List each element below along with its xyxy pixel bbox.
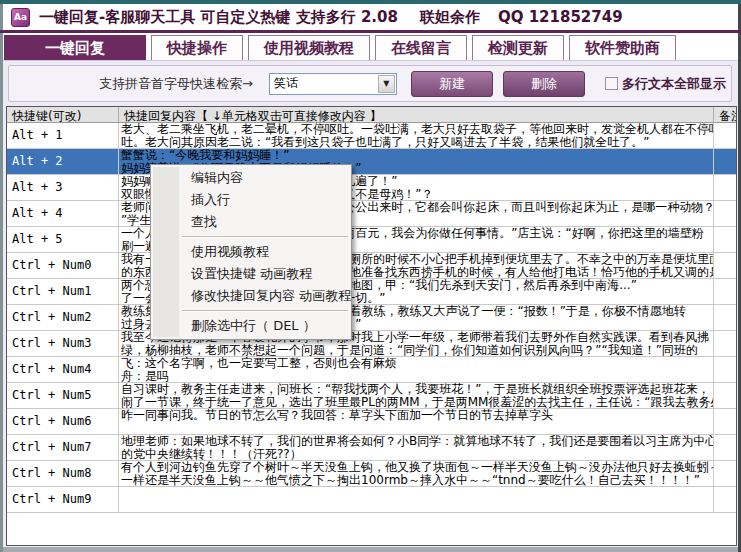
content-cell[interactable]: 自习课时，教务主任走进来，问班长：“帮我找两个人，我要班花！”，于是班长就组织全… [119,383,714,408]
menu-separator [182,310,348,312]
content-line: 一样还是半天没鱼上钩～～他气愤之下～掏出100rmb～摔入水中～～“tnnd～要… [121,474,713,487]
context-menu: 编辑内容 插入行 查找 使用视频教程 设置快捷键 动画教程 修改快捷回复内容 动… [150,164,352,340]
multiline-display-checkbox[interactable] [605,77,618,90]
category-combobox[interactable]: 笑话 ▼ [269,73,397,95]
content-cell[interactable] [119,487,714,512]
content-line: 吐。老大问其原因老二说：“我看到这只袋子也吐满了，只好又喝进去了半袋，结果他们就… [121,136,713,149]
content-cell[interactable]: 昨一同事问我。节日的节怎么写？我回答：草字头下面加一个节日的节去掉草字头 [119,409,714,434]
toolbar: 支持拼音首字母快速检索→ 笑话 ▼ 新建 删除 多行文本全部显示 [8,65,732,102]
header-hotkey: 快捷键(可改) [7,107,119,122]
menu-item-modify-reply-tutorial[interactable]: 修改快捷回复内容 动画教程 [151,285,351,307]
note-cell[interactable] [714,435,736,460]
table-row[interactable]: Ctrl + Num3 我至今还记得那是一个春暖花开的季节，那时我上小学一年级，… [7,331,736,357]
content-line: 老大、老二乘坐飞机，老二晕机，不停呕吐。一袋吐满，老大只好去取袋子，等他回来时，… [121,123,713,136]
content-line: 飞：这个名字啊，也一定要写工整，否则也会有麻烦 [121,357,713,370]
window-title-qq: QQ 121852749 [498,8,623,26]
title-bar: Aa 一键回复-客服聊天工具 可自定义热键 支持多行 2.08 联妲余作 QQ … [3,4,738,30]
window-title: 一键回复-客服聊天工具 可自定义热键 支持多行 2.08 [39,8,398,27]
content-line [121,422,713,435]
header-content: 快捷回复内容【 ↓单元格双击可直接修改内容 】 [119,107,714,122]
table-row[interactable]: Ctrl + Num0 我有一个朋友，前几天晚上他去上一个公共厕所的时候不小心把… [7,253,736,279]
content-line: 有个人到河边钓鱼先穿了个树叶～半天没鱼上钩，他又换了块面包～一样半天没鱼上钩～没… [121,461,713,474]
window-title-author: 联妲余作 [420,8,480,27]
note-cell[interactable] [714,383,736,408]
tab-sponsor[interactable]: 软件赞助商 [569,35,676,60]
note-cell[interactable] [714,201,736,226]
hotkey-cell[interactable]: Ctrl + Num7 [7,435,119,460]
hotkey-cell[interactable]: Ctrl + Num3 [7,331,119,356]
hotkey-cell[interactable]: Alt + 2 [7,149,119,174]
note-cell[interactable] [714,487,736,512]
hotkey-cell[interactable]: Ctrl + Num0 [7,253,119,278]
hotkey-cell[interactable]: Ctrl + Num8 [7,461,119,486]
note-cell[interactable] [714,357,736,382]
table-row[interactable]: Ctrl + Num8 有个人到河边钓鱼先穿了个树叶～半天没鱼上钩，他又换了块面… [7,461,736,487]
menu-separator [182,236,348,238]
menu-item-edit-content[interactable]: 编辑内容 [151,167,351,189]
table-header-row: 快捷键(可改) 快捷回复内容【 ↓单元格双击可直接修改内容 】 备注 [7,107,736,123]
content-line: 地理老师：如果地球不转了，我们的世界将会如何？小B同学：就算地球不转了，我们还是… [121,435,713,448]
table-row[interactable]: Ctrl + Num6 昨一同事问我。节日的节怎么写？我回答：草字头下面加一个节… [7,409,736,435]
app-window: Aa 一键回复-客服聊天工具 可自定义热键 支持多行 2.08 联妲余作 QQ … [0,0,741,552]
content-line: 昨一同事问我。节日的节怎么写？我回答：草字头下面加一个节日的节去掉草字头 [121,409,713,422]
content-cell[interactable]: 老大、老二乘坐飞机，老二晕机，不停呕吐。一袋吐满，老大只好去取袋子，等他回来时，… [119,123,714,148]
hotkey-cell[interactable]: Ctrl + Num6 [7,409,119,434]
hotkey-cell[interactable]: Alt + 4 [7,201,119,226]
app-icon: Aa [11,8,30,27]
note-cell[interactable] [714,305,736,330]
content-line [121,487,713,500]
note-cell[interactable] [714,227,736,252]
table-row[interactable]: Ctrl + Num4 飞：这个名字啊，也一定要写工整，否则也会有麻烦 舟：是吗 [7,357,736,383]
note-cell[interactable] [714,175,736,200]
tab-quick-actions[interactable]: 快捷操作 [151,35,243,60]
table-row[interactable]: Alt + 1 老大、老二乘坐飞机，老二晕机，不停呕吐。一袋吐满，老大只好去取袋… [7,123,736,149]
content-cell[interactable]: 有个人到河边钓鱼先穿了个树叶～半天没鱼上钩，他又换了块面包～一样半天没鱼上钩～没… [119,461,714,486]
table-row[interactable]: Alt + 3 妈妈喊儿子起床：“快起床！公鸡都叫了好几遍了！” 双眼惺忪的儿子… [7,175,736,201]
table-row-selected[interactable]: Alt + 2 蟹蟹说：“今晚我要和妈妈睡！” 妈妈笑着说：“你哪天晚上不是和妈… [7,149,736,175]
hotkey-cell[interactable]: Alt + 3 [7,175,119,200]
main-panel: 支持拼音首字母快速检索→ 笑话 ▼ 新建 删除 多行文本全部显示 快捷键(可改)… [3,60,738,547]
content-cell[interactable]: 地理老师：如果地球不转了，我们的世界将会如何？小B同学：就算地球不转了，我们还是… [119,435,714,460]
table-row[interactable]: Ctrl + Num5 自习课时，教务主任走进来，问班长：“帮我找两个人，我要班… [7,383,736,409]
chevron-down-icon[interactable]: ▼ [378,75,395,93]
tab-bar: 一键回复 快捷操作 使用视频教程 在线留言 检测更新 软件赞助商 [3,33,738,60]
hotkey-cell[interactable]: Ctrl + Num2 [7,305,119,330]
menu-item-set-hotkey-tutorial[interactable]: 设置快捷键 动画教程 [151,263,351,285]
tab-online-message[interactable]: 在线留言 [375,35,467,60]
note-cell[interactable] [714,409,736,434]
note-cell[interactable] [714,331,736,356]
tab-check-update[interactable]: 检测更新 [472,35,564,60]
note-cell[interactable] [714,253,736,278]
content-cell[interactable]: 飞：这个名字啊，也一定要写工整，否则也会有麻烦 舟：是吗 [119,357,714,382]
menu-item-video-tutorial[interactable]: 使用视频教程 [151,241,351,263]
table-row[interactable]: Ctrl + Num2 教练集合队伍后大喊：“报数！”你呆呆地看着教练，教练又大… [7,305,736,331]
table-row[interactable]: Alt + 4 老师问同学们：“有一种动物每天早上太阳公公出来时，它都会叫你起床… [7,201,736,227]
content-line: 的党中央继续转！！！（汗死??） [121,448,713,461]
table-row[interactable]: Ctrl + Num7 地理老师：如果地球不转了，我们的世界将会如何？小B同学：… [7,435,736,461]
hotkey-cell[interactable]: Alt + 1 [7,123,119,148]
content-line: 蟹蟹说：“今晚我要和妈妈睡！” [121,149,713,162]
table-row[interactable]: Alt + 5 一个人走进酒吧，对店主说：“如果你给我两百元，我会为你做任何事情… [7,227,736,253]
hotkey-cell[interactable]: Ctrl + Num4 [7,357,119,382]
note-cell[interactable] [714,461,736,486]
note-cell[interactable] [714,149,736,174]
content-line: 绿，杨柳抽枝，老师不禁想起一个问题，于是问道：“同学们，你们知道如何识别风向吗？… [121,344,713,357]
hotkey-cell[interactable]: Ctrl + Num5 [7,383,119,408]
tab-video-tutorial[interactable]: 使用视频教程 [248,35,370,60]
menu-item-find[interactable]: 查找 [151,211,351,233]
delete-button[interactable]: 删除 [503,71,585,97]
menu-item-delete-selected-row[interactable]: 删除选中行（ DEL ） [151,315,351,337]
header-note: 备注 [714,107,736,122]
tab-quick-reply[interactable]: 一键回复 [4,35,146,60]
pinyin-search-label: 支持拼音首字母快速检索→ [99,75,253,93]
content-line: 舟：是吗 [121,370,713,383]
menu-item-insert-row[interactable]: 插入行 [151,189,351,211]
table-row[interactable]: Ctrl + Num9 [7,487,736,513]
new-button[interactable]: 新建 [411,71,493,97]
table-row[interactable]: Ctrl + Num1 两个恐怖分子坐在一起认真研究着一张北京地图，甲：“我们先… [7,279,736,305]
hotkey-cell[interactable]: Ctrl + Num1 [7,279,119,304]
note-cell[interactable] [714,123,736,148]
hotkey-cell[interactable]: Alt + 5 [7,227,119,252]
hotkey-cell[interactable]: Ctrl + Num9 [7,487,119,512]
note-cell[interactable] [714,279,736,304]
